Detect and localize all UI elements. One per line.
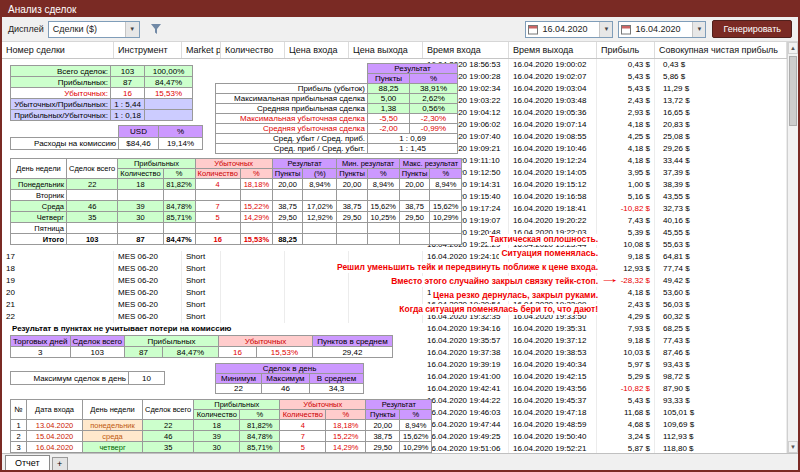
weekday-profitable-qty: 39 [118, 201, 163, 212]
hdr-qty: Количество [194, 410, 240, 420]
daily-row: 3 16.04.2020 четверг 35 30 85,71% 5 14,2… [11, 442, 432, 453]
weekday-total: 35 [67, 212, 118, 223]
trade-profit: 5,87 $ [597, 443, 655, 453]
trade-exit-time: 16.04.2020 19:38:53 [509, 347, 597, 359]
weekday-total [67, 190, 118, 201]
trade-profit: 4,18 $ [597, 155, 655, 167]
col-header-trade-number[interactable]: Номер сделки [2, 42, 114, 58]
totals-value: 1 : 5,44 [111, 99, 145, 110]
daily-entry-date: 15.04.2020 [27, 431, 83, 442]
trade-cum-profit: 105,01 $ [655, 407, 787, 419]
vertical-scrollbar[interactable]: ▲ ▼ [787, 42, 798, 453]
col-header-entry-time[interactable]: Время входа [423, 42, 509, 58]
hdr-losing: Убыточных [280, 400, 366, 410]
col-header-cum-profit[interactable]: Совокупная чистая прибыль [655, 42, 787, 58]
weekday-max-pct: 8,94% [430, 179, 462, 190]
col-header-entry-price[interactable]: Цена входа [285, 42, 349, 58]
weekday-result-pct: 17,02% [303, 201, 337, 212]
trade-cum-profit: 40,16 $ [655, 215, 787, 227]
trade-exit-time: 16.04.2020 19:43:56 [509, 383, 597, 395]
weekday-max-pct [430, 190, 462, 201]
col-header-exit-price[interactable]: Цена выхода [349, 42, 423, 58]
totals-value: 1 : 0,18 [111, 110, 145, 121]
trade-cum-profit: 98,72 $ [655, 371, 787, 383]
trade-profit: 5,39 $ [597, 227, 655, 239]
chevron-down-icon[interactable]: ▼ [599, 22, 612, 37]
trade-cum-profit: 118,80 $ [655, 443, 787, 453]
scroll-down-icon[interactable]: ▼ [788, 441, 798, 453]
weekday-losing-qty: 4 [195, 179, 240, 190]
trade-profit: 0,43 $ [597, 59, 655, 71]
date-to-picker[interactable]: 16.04.2020 ▼ [618, 21, 706, 38]
col-header-instrument[interactable]: Инструмент [114, 42, 182, 58]
trade-entry-time: 16.04.2020 19:44:22 [423, 395, 509, 407]
trade-cum-profit: 25,08 $ [655, 131, 787, 143]
scroll-up-icon[interactable]: ▲ [788, 42, 798, 54]
weekday-total: 46 [67, 201, 118, 212]
trade-cum-profit: 77,43 $ [655, 335, 787, 347]
col-header-quantity[interactable]: Количество [221, 42, 285, 58]
weekday-min-points: 29,50 [337, 212, 367, 223]
generate-button[interactable]: Генерировать [712, 20, 792, 38]
trade-cum-profit: 43,55 $ [655, 191, 787, 203]
trade-exit-time: 16.04.2020 19:08:55 [509, 131, 597, 143]
weekday-losing-pct: 15,22% [240, 201, 272, 212]
filter-icon[interactable] [150, 23, 162, 35]
hdr-total: Сделок всего [67, 159, 118, 179]
display-select[interactable]: Сделки ($) ▼ [48, 21, 140, 38]
totals-row: Прибыльных/Убыточных: 1 : 0,18 [11, 110, 193, 121]
trade-profit: 5,43 $ [597, 83, 655, 95]
trade-cum-profit: 0,43 $ [655, 59, 787, 71]
trade-exit-time: 16.04.2020 19:37:12 [509, 335, 597, 347]
daily-result-pct: 8,94% [400, 420, 432, 431]
hdr-pct: % [367, 169, 399, 179]
annotation-line: Цена резко дернулась, закрыл руками. [302, 287, 600, 301]
weekday-profitable-pct: 81,82% [163, 179, 195, 190]
totals-percent: 15,53% [145, 88, 193, 99]
tab-report[interactable]: Отчет [5, 455, 50, 470]
trade-instrument: MES 06-20 [114, 263, 182, 275]
hdr-qty: Количество [118, 169, 163, 179]
trade-exit-time: 16.04.2020 19:03:04 [509, 83, 597, 95]
trade-cum-profit: 20,83 $ [655, 119, 787, 131]
trade-position: Short [182, 299, 221, 311]
hdr-pct: (%) [303, 169, 337, 179]
commission-table: USD % Расходы на комиссию $84,46 19,14% [10, 125, 203, 150]
trade-position: Short [182, 275, 221, 287]
daily-result-points: 29,50 [366, 442, 400, 453]
hdr-losing: Убыточных [218, 336, 312, 347]
weekday-total [67, 223, 118, 234]
weekday-profitable-pct: 84,47% [163, 234, 195, 245]
trade-profit: -10,82 $ [597, 383, 655, 395]
per-day-header: Сделок в день [216, 364, 364, 374]
hdr-points: Пункты [337, 169, 367, 179]
chevron-down-icon[interactable]: ▼ [692, 22, 705, 37]
date-from-picker[interactable]: 16.04.2020 ▼ [525, 21, 613, 38]
hdr-total: Сделок всего [143, 400, 194, 420]
weekday-row: Четверг 35 30 85,71% 5 14,29% 29,50 12,9… [11, 212, 462, 223]
trade-instrument: MES 06-20 [114, 287, 182, 299]
trade-exit-time: 16.04.2020 19:10:46 [509, 143, 597, 155]
trade-exit-time: 16.04.2020 19:42:15 [509, 371, 597, 383]
daily-weekday: среда [83, 431, 143, 442]
add-tab-button[interactable]: + [52, 457, 68, 470]
max-trades-value: 10 [129, 372, 165, 385]
col-header-profit[interactable]: Прибыль [597, 42, 655, 58]
app-window: Анализ сделок Дисплей Сделки ($) ▼ 16.04… [0, 0, 800, 472]
scrollbar-thumb[interactable] [789, 56, 797, 126]
col-header-market-pos[interactable]: Market pos. [182, 42, 221, 58]
hdr-points: Пункты [366, 410, 400, 420]
display-label: Дисплей [8, 24, 44, 34]
trade-instrument: MES 06-20 [114, 251, 182, 263]
trade-exit-time: 16.04.2020 19:16:58 [509, 191, 597, 203]
trade-exit-time: 16.04.2020 19:07:14 [509, 119, 597, 131]
daily-profitable-pct: 81,82% [240, 420, 280, 431]
col-header-exit-time[interactable]: Время выхода [509, 42, 597, 58]
chevron-down-icon[interactable]: ▼ [125, 22, 139, 37]
trade-cum-profit: 68,25 $ [655, 323, 787, 335]
trade-number: 18 [2, 263, 114, 275]
trade-cum-profit: 11,29 $ [655, 83, 787, 95]
trade-exit-time: 16.04.2020 19:47:18 [509, 407, 597, 419]
annotation-line: Ситуация поменялась. [302, 245, 600, 259]
trade-profit: 4,29 $ [597, 311, 655, 323]
